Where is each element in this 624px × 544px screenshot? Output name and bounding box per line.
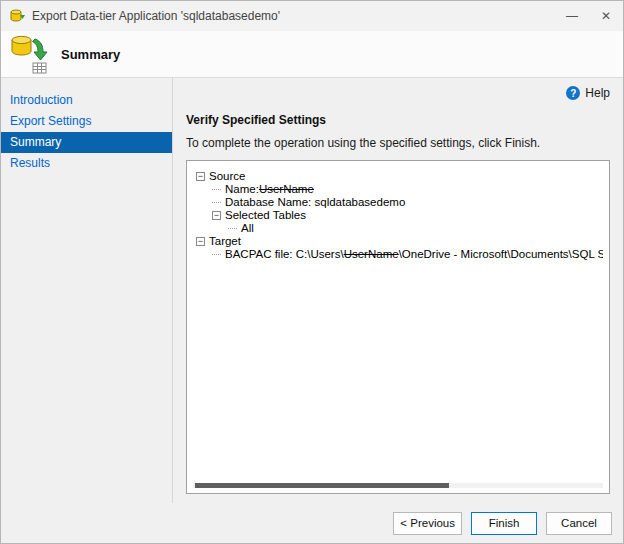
help-icon: ? — [566, 86, 580, 100]
wizard-footer: < Previous Finish Cancel — [1, 503, 623, 543]
help-link[interactable]: ? Help — [566, 86, 610, 100]
wizard-body: Introduction Export Settings Summary Res… — [1, 78, 623, 503]
previous-button[interactable]: < Previous — [393, 512, 462, 535]
tree-row-source[interactable]: − Source — [196, 170, 603, 183]
tree-connector — [228, 228, 237, 229]
tree-row-bacpac-file[interactable]: BACPAC file: C:\Users\ UserName \OneDriv… — [196, 248, 603, 261]
tree-connector — [212, 202, 221, 203]
tree-label: \OneDrive - Microsoft\Documents\SQL Serv… — [399, 248, 603, 261]
scrollbar-thumb[interactable] — [195, 483, 449, 488]
app-icon — [9, 8, 25, 24]
horizontal-scrollbar[interactable] — [193, 483, 603, 488]
sidebar-item-summary[interactable]: Summary — [1, 132, 172, 153]
minimize-button[interactable]: — — [555, 1, 589, 31]
tree-label: Name: — [225, 183, 259, 196]
settings-summary-tree: − Source Name: UserName Database Name: s… — [186, 160, 610, 494]
wizard-header: Summary — [1, 31, 623, 78]
collapse-icon[interactable]: − — [196, 237, 205, 246]
sidebar-item-results[interactable]: Results — [1, 153, 172, 174]
wizard-steps-sidebar: Introduction Export Settings Summary Res… — [1, 78, 173, 503]
tree-label: Target — [209, 235, 241, 248]
tree-connector — [212, 189, 221, 190]
tree-connector — [212, 254, 221, 255]
verify-settings-heading: Verify Specified Settings — [186, 113, 610, 127]
instruction-text: To complete the operation using the spec… — [186, 136, 610, 150]
tree-label: Selected Tables — [225, 209, 306, 222]
tree-row-selected-tables[interactable]: − Selected Tables — [196, 209, 603, 222]
window-title: Export Data-tier Application 'sqldatabas… — [32, 9, 555, 23]
tree-row-target[interactable]: − Target — [196, 235, 603, 248]
tree-row-name[interactable]: Name: UserName — [196, 183, 603, 196]
tree-label: All — [241, 222, 254, 235]
tree-label-redacted: UserName — [259, 183, 314, 196]
page-title: Summary — [61, 47, 120, 62]
close-button[interactable]: ✕ — [589, 1, 623, 31]
tree-label: Source — [209, 170, 245, 183]
collapse-icon[interactable]: − — [212, 211, 221, 220]
collapse-icon[interactable]: − — [196, 172, 205, 181]
sidebar-item-introduction[interactable]: Introduction — [1, 90, 172, 111]
tree-row-database-name[interactable]: Database Name: sqldatabasedemo — [196, 196, 603, 209]
sidebar-item-export-settings[interactable]: Export Settings — [1, 111, 172, 132]
export-data-tier-dialog: Export Data-tier Application 'sqldatabas… — [0, 0, 624, 544]
summary-page: ? Help Verify Specified Settings To comp… — [173, 78, 623, 503]
tree-label: BACPAC file: C:\Users\ — [225, 248, 344, 261]
finish-button[interactable]: Finish — [471, 512, 537, 535]
tree-row-all-tables[interactable]: All — [196, 222, 603, 235]
tree-label-redacted: UserName — [344, 248, 399, 261]
title-bar: Export Data-tier Application 'sqldatabas… — [1, 1, 623, 31]
help-label: Help — [585, 86, 610, 100]
export-data-tier-icon — [9, 33, 49, 75]
cancel-button[interactable]: Cancel — [546, 512, 612, 535]
tree-label: Database Name: sqldatabasedemo — [225, 196, 405, 209]
